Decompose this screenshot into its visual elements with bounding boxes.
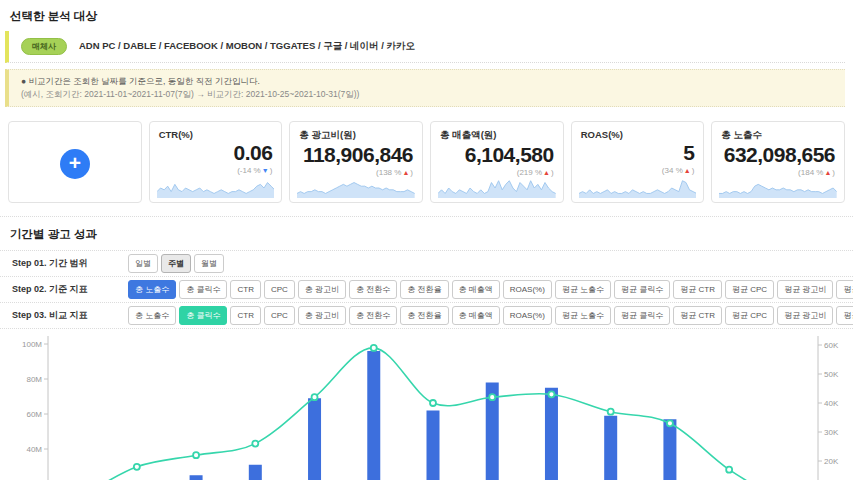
metric-option-button[interactable]: 총 매출액: [452, 280, 500, 299]
trend-arrow-icon: ▲: [402, 169, 409, 176]
metric-option-button[interactable]: CPC: [264, 280, 295, 299]
notice-line-1: ● 비교기간은 조회한 날짜를 기준으로, 동일한 직전 기간입니다.: [21, 75, 833, 88]
metric-option-button[interactable]: 평균 광고비: [777, 280, 833, 299]
compare-metric-options: 총 노출수총 클릭수CTRCPC총 광고비총 전환수총 전환율총 매출액ROAS…: [128, 306, 853, 325]
media-company-badge: 매체사: [21, 38, 67, 55]
sparkline-chart: [579, 178, 697, 198]
metric-option-button[interactable]: CTR: [230, 306, 260, 325]
svg-text:60M: 60M: [26, 410, 42, 419]
metric-option-button[interactable]: 평균 CTR: [673, 306, 722, 325]
kpi-value: 118,906,846: [299, 143, 413, 167]
kpi-title: CTR(%): [159, 129, 273, 140]
svg-text:30K: 30K: [824, 428, 839, 437]
kpi-title: 총 노출수: [721, 129, 835, 142]
kpi-title: 총 광고비(원): [299, 129, 413, 142]
kpi-card-total-impressions: 총 노출수 632,098,656 (184 %▲): [711, 121, 845, 203]
metric-option-button[interactable]: 평균 전환수: [836, 280, 853, 299]
kpi-change: (34 %▲): [581, 166, 695, 175]
plus-icon[interactable]: +: [60, 149, 90, 179]
period-performance-combo-chart: 100M80M60M40M20M60K50K40K30K20K10K: [0, 330, 853, 480]
metric-option-button[interactable]: 주별: [161, 254, 191, 273]
step-row-period-range: Step 01. 기간 범위 일별주별월별: [0, 250, 853, 276]
kpi-card-total-ad-cost: 총 광고비(원) 118,906,846 (138 %▲): [289, 121, 423, 203]
metric-option-button[interactable]: 총 매출액: [452, 306, 500, 325]
sparkline-chart: [719, 178, 837, 198]
metric-option-button[interactable]: 총 클릭수: [179, 306, 227, 325]
kpi-value: 5: [581, 141, 695, 165]
metric-option-button[interactable]: 평균 클릭수: [614, 280, 670, 299]
trend-arrow-icon: ▼: [262, 167, 269, 174]
steps-panel: Step 01. 기간 범위 일별주별월별 Step 02. 기준 지표 총 노…: [0, 250, 853, 329]
kpi-cards-row: + CTR(%) 0.06 (-14 %▼) 총 광고비(원) 118,906,…: [0, 121, 853, 203]
trend-arrow-icon: ▲: [824, 169, 831, 176]
metric-option-button[interactable]: 평균 전환수: [836, 306, 853, 325]
kpi-change: (-14 %▼): [159, 166, 273, 175]
kpi-change: (219 %▲): [440, 168, 554, 177]
metric-option-button[interactable]: CPC: [264, 306, 295, 325]
metric-option-button[interactable]: 평균 노출수: [555, 280, 611, 299]
base-metric-options: 총 노출수총 클릭수CTRCPC총 광고비총 전환수총 전환율총 매출액ROAS…: [128, 280, 853, 299]
metric-option-button[interactable]: 총 광고비: [298, 280, 346, 299]
kpi-value: 6,104,580: [440, 143, 554, 167]
metric-option-button[interactable]: 월별: [194, 254, 224, 273]
trend-arrow-icon: ▲: [684, 167, 691, 174]
svg-text:80M: 80M: [26, 375, 42, 384]
kpi-value: 0.06: [159, 141, 273, 165]
kpi-card-total-revenue: 총 매출액(원) 6,104,580 (219 %▲): [430, 121, 564, 203]
metric-option-button[interactable]: 평균 광고비: [777, 306, 833, 325]
svg-text:60K: 60K: [824, 341, 839, 350]
metric-option-button[interactable]: 평균 CTR: [673, 280, 722, 299]
metric-option-button[interactable]: ROAS(%): [503, 306, 552, 325]
selected-media-row: 매체사 ADN PC / DABLE / FACEBOOK / MOBON / …: [5, 31, 845, 63]
period-range-options: 일별주별월별: [128, 254, 224, 273]
metric-option-button[interactable]: 평균 노출수: [555, 306, 611, 325]
kpi-change: (184 %▲): [721, 168, 835, 177]
step-label: Step 02. 기준 지표: [12, 283, 128, 296]
svg-text:20K: 20K: [824, 457, 839, 466]
step-label: Step 01. 기간 범위: [12, 257, 128, 270]
metric-option-button[interactable]: 일별: [128, 254, 158, 273]
kpi-value: 632,098,656: [721, 143, 835, 167]
sparkline-chart: [438, 178, 556, 198]
svg-text:100M: 100M: [22, 340, 42, 349]
kpi-change: (138 %▲): [299, 168, 413, 177]
step-row-compare-metric: Step 03. 비교 지표 총 노출수총 클릭수CTRCPC총 광고비총 전환…: [0, 302, 853, 329]
metric-option-button[interactable]: 총 노출수: [128, 280, 176, 299]
notice-line-2: (예시, 조회기간: 2021-11-01~2021-11-07(7일) → 비…: [21, 88, 833, 101]
metric-option-button[interactable]: CTR: [230, 280, 260, 299]
analytics-dashboard: 선택한 분석 대상 매체사 ADN PC / DABLE / FACEBOOK …: [0, 0, 853, 480]
metric-option-button[interactable]: 총 전환수: [349, 306, 397, 325]
metric-option-button[interactable]: 평균 CPC: [725, 306, 774, 325]
metric-option-button[interactable]: 총 클릭수: [179, 280, 227, 299]
kpi-card-roas: ROAS(%) 5 (34 %▲): [571, 121, 705, 203]
svg-text:40M: 40M: [26, 445, 42, 454]
svg-text:50K: 50K: [824, 370, 839, 379]
kpi-title: ROAS(%): [581, 129, 695, 140]
metric-option-button[interactable]: 평균 클릭수: [614, 306, 670, 325]
sparkline-chart: [157, 178, 275, 198]
trend-arrow-icon: ▲: [543, 169, 550, 176]
section-title-selected-targets: 선택한 분석 대상: [0, 0, 853, 31]
kpi-title: 총 매출액(원): [440, 129, 554, 142]
step-row-base-metric: Step 02. 기준 지표 총 노출수총 클릭수CTRCPC총 광고비총 전환…: [0, 276, 853, 302]
add-metric-card[interactable]: +: [8, 121, 142, 203]
metric-option-button[interactable]: 총 노출수: [128, 306, 176, 325]
svg-text:40K: 40K: [824, 399, 839, 408]
step-label: Step 03. 비교 지표: [12, 309, 128, 322]
comparison-period-notice: ● 비교기간은 조회한 날짜를 기준으로, 동일한 직전 기간입니다. (예시,…: [5, 69, 845, 107]
metric-option-button[interactable]: 총 전환율: [400, 280, 448, 299]
media-company-list: ADN PC / DABLE / FACEBOOK / MOBON / TGGA…: [79, 40, 415, 53]
kpi-card-ctr: CTR(%) 0.06 (-14 %▼): [149, 121, 283, 203]
metric-option-button[interactable]: 총 전환율: [400, 306, 448, 325]
metric-option-button[interactable]: ROAS(%): [503, 280, 552, 299]
metric-option-button[interactable]: 총 광고비: [298, 306, 346, 325]
section-title-period-performance: 기간별 광고 성과: [0, 217, 853, 250]
metric-option-button[interactable]: 평균 CPC: [725, 280, 774, 299]
sparkline-chart: [297, 178, 415, 198]
metric-option-button[interactable]: 총 전환수: [349, 280, 397, 299]
